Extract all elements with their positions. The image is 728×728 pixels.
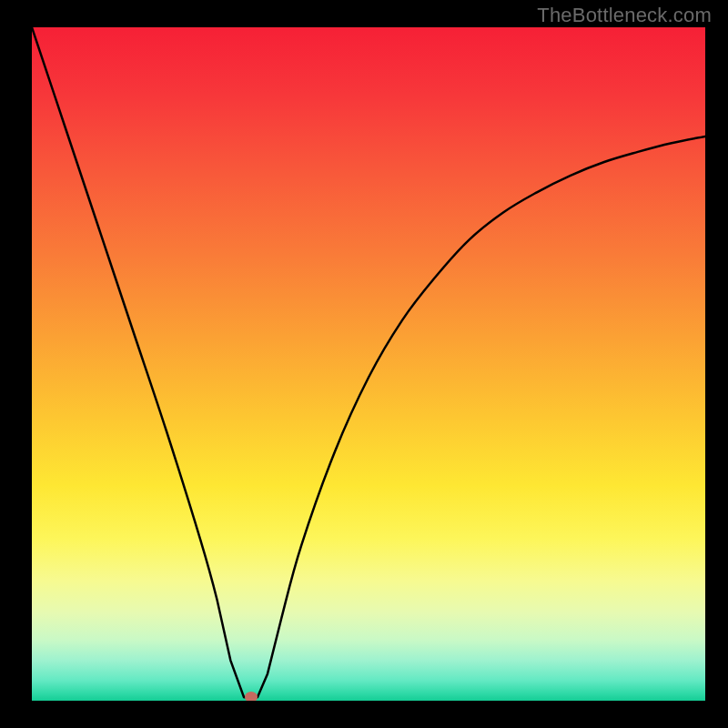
watermark-text: TheBottleneck.com bbox=[537, 4, 712, 27]
plot-area bbox=[32, 27, 705, 701]
bottleneck-curve-path bbox=[32, 27, 705, 697]
minimum-marker bbox=[245, 692, 258, 701]
chart-frame: TheBottleneck.com bbox=[0, 0, 728, 728]
curve-svg bbox=[32, 27, 705, 701]
